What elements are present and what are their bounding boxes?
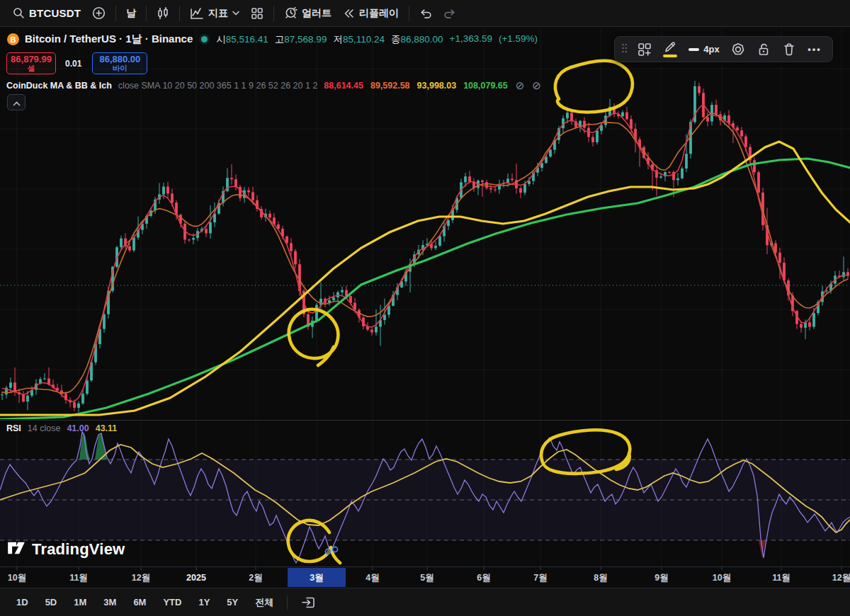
sell-button[interactable]: 86,879.99 셀 bbox=[6, 52, 56, 74]
time-axis[interactable]: 10월11월12월20252월3월4월5월6월7월8월9월10월11월12월 bbox=[8, 567, 850, 587]
axis-month-label: 7월 bbox=[533, 573, 547, 583]
range-button-1M[interactable]: 1M bbox=[67, 593, 93, 611]
indicator-value: 93,998.03 bbox=[417, 81, 457, 91]
rsi-params: 14 close bbox=[28, 423, 61, 433]
symbol-search-button[interactable]: BTCUSDT bbox=[7, 4, 86, 22]
buy-button[interactable]: 86,880.00 바이 bbox=[92, 52, 147, 74]
watermark-text: TradingView bbox=[32, 540, 125, 559]
pencil-icon bbox=[664, 41, 676, 53]
rsi-pane[interactable] bbox=[0, 431, 850, 563]
symbol-label: BTCUSDT bbox=[29, 7, 81, 19]
settings-button[interactable] bbox=[727, 39, 749, 60]
chart-style-button[interactable] bbox=[151, 4, 175, 23]
axis-month-label: 11월 bbox=[772, 573, 790, 583]
chart-canvas[interactable]: 10월11월12월20252월3월4월5월6월7월8월9월10월11월12월 bbox=[0, 27, 850, 588]
ellipsis-icon: ••• bbox=[808, 44, 822, 55]
rsi-overbought-fill bbox=[79, 431, 90, 460]
tradingview-app: BTCUSDT 날 지표 bbox=[0, 0, 850, 616]
replay-button[interactable]: 리플레이 bbox=[337, 4, 404, 23]
range-button-YTD[interactable]: YTD bbox=[157, 593, 188, 611]
add-layout-button[interactable] bbox=[633, 39, 656, 60]
lock-button[interactable] bbox=[752, 39, 775, 60]
main-price-pane[interactable] bbox=[0, 81, 850, 419]
drawing-toolbar: 4px ••• bbox=[614, 36, 833, 62]
search-icon bbox=[13, 7, 25, 19]
tradingview-logo-icon bbox=[7, 540, 26, 559]
toolbar-separator bbox=[146, 6, 147, 21]
alert-button[interactable]: 얼러트 bbox=[278, 4, 337, 23]
plus-circle-icon bbox=[92, 6, 106, 20]
range-button-3M[interactable]: 3M bbox=[97, 593, 123, 611]
grid-layout-icon bbox=[251, 7, 264, 20]
axis-month-label: 11월 bbox=[69, 573, 88, 583]
axis-month-label: 3월 bbox=[310, 573, 323, 583]
symbol-legend[interactable]: B Bitcoin / TetherUS · 1날 · Binance 시85,… bbox=[7, 33, 538, 46]
line-width-icon bbox=[688, 48, 699, 51]
line-width-button[interactable]: 4px bbox=[684, 39, 724, 60]
toolbar-separator bbox=[409, 6, 409, 21]
rsi-value: 41.00 bbox=[67, 423, 89, 433]
compare-add-button[interactable] bbox=[86, 4, 111, 23]
indicators-button[interactable]: 지표 bbox=[184, 4, 245, 23]
axis-month-label: 12월 bbox=[832, 573, 850, 583]
chart-area[interactable]: 10월11월12월20252월3월4월5월6월7월8월9월10월11월12월 B… bbox=[0, 27, 850, 588]
hide-indicator-icon[interactable]: ⊘ bbox=[516, 79, 525, 92]
goto-date-icon bbox=[301, 595, 316, 609]
toolbar-separator bbox=[179, 6, 180, 21]
low-value: 85,110.24 bbox=[343, 34, 385, 45]
rsi-overbought-fill bbox=[95, 433, 107, 460]
annotation-main-dip-circle[interactable] bbox=[289, 309, 339, 365]
buy-price: 86,880.00 bbox=[99, 55, 140, 64]
change-value: +1,363.59 bbox=[450, 33, 492, 46]
chevron-up-icon bbox=[13, 96, 21, 109]
rsi-name: RSI bbox=[6, 423, 21, 433]
range-button-5D[interactable]: 5D bbox=[39, 593, 64, 611]
axis-month-label: 10월 bbox=[713, 573, 731, 583]
legend-collapse-button[interactable] bbox=[7, 94, 26, 110]
symbol-title[interactable]: Bitcoin / TetherUS · 1날 · Binance bbox=[25, 33, 193, 46]
delete-button[interactable] bbox=[778, 39, 800, 60]
rsi-legend[interactable]: RSI 14 close 41.00 43.11 bbox=[6, 423, 117, 433]
interval-button[interactable]: 날 bbox=[120, 4, 142, 23]
indicator-legend[interactable]: CoinDuck MA & BB & Ich close SMA 10 20 5… bbox=[6, 79, 541, 92]
more-options-button[interactable]: ••• bbox=[803, 39, 826, 60]
interval-label: 날 bbox=[126, 7, 136, 20]
axis-month-label: 5월 bbox=[420, 573, 434, 583]
drag-handle-icon[interactable] bbox=[621, 42, 628, 57]
trade-panel: 86,879.99 셀 0.01 86,880.00 바이 bbox=[6, 52, 147, 74]
indicator-params: close SMA 10 20 50 200 365 1 1 9 26 52 2… bbox=[118, 81, 317, 91]
hide-indicator-icon[interactable]: ⊘ bbox=[532, 79, 541, 92]
redo-button[interactable] bbox=[438, 5, 462, 22]
gear-icon bbox=[731, 42, 745, 57]
axis-month-label: 9월 bbox=[654, 573, 668, 583]
axis-month-label: 12월 bbox=[132, 573, 150, 583]
trash-icon bbox=[783, 42, 795, 56]
chevron-down-icon bbox=[232, 11, 239, 16]
alarm-clock-icon bbox=[284, 6, 298, 20]
alert-label: 얼러트 bbox=[302, 7, 332, 20]
range-button-6M[interactable]: 6M bbox=[127, 593, 152, 611]
axis-month-label: 4월 bbox=[366, 573, 379, 583]
range-toolbar: 1D5D1M3M6MYTD1Y5Y전체 bbox=[0, 588, 850, 616]
range-button-전체[interactable]: 전체 bbox=[249, 593, 280, 612]
range-button-1Y[interactable]: 1Y bbox=[192, 593, 216, 611]
goto-date-button[interactable] bbox=[295, 592, 322, 612]
layout-grid-button[interactable] bbox=[245, 4, 269, 23]
buy-label: 바이 bbox=[113, 64, 128, 72]
undo-button[interactable] bbox=[414, 5, 438, 22]
undo-icon bbox=[419, 8, 432, 19]
redo-icon bbox=[443, 8, 456, 19]
drawing-handle[interactable] bbox=[325, 549, 330, 554]
sell-price: 86,879.99 bbox=[11, 55, 52, 64]
indicators-label: 지표 bbox=[208, 7, 228, 20]
toolbar-separator bbox=[115, 6, 116, 21]
sma50-line bbox=[0, 142, 850, 415]
drawing-handle[interactable] bbox=[332, 547, 337, 552]
range-button-1D[interactable]: 1D bbox=[10, 593, 35, 611]
close-value: 86,880.00 bbox=[400, 34, 443, 45]
line-width-label: 4px bbox=[703, 44, 719, 55]
range-button-5Y[interactable]: 5Y bbox=[220, 593, 244, 611]
market-status-dot-icon bbox=[201, 36, 208, 42]
pencil-tool-button[interactable] bbox=[659, 39, 681, 60]
axis-month-label: 2025 bbox=[186, 573, 206, 583]
